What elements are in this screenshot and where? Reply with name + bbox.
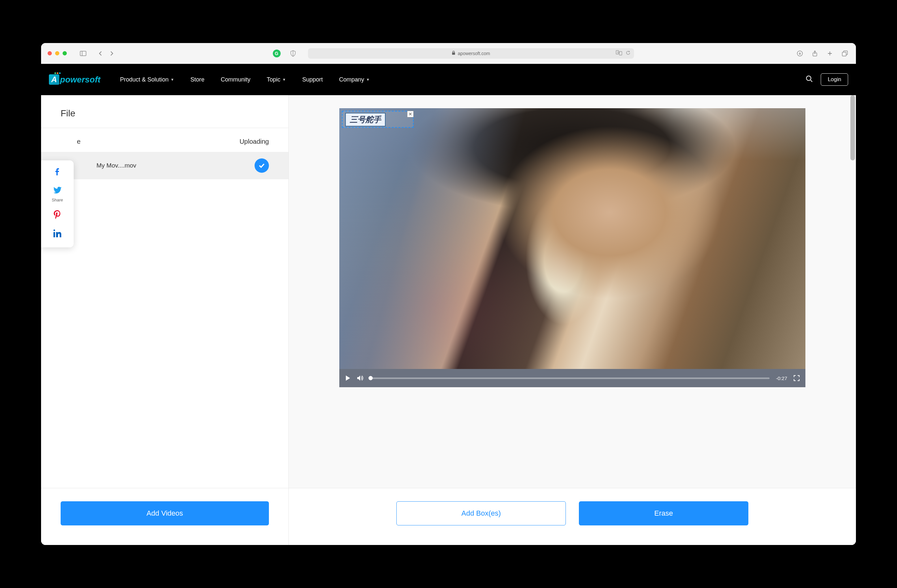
login-button[interactable]: Login: [821, 74, 848, 86]
downloads-icon[interactable]: [795, 49, 804, 58]
svg-rect-0: [80, 51, 86, 56]
video-time: -0:27: [776, 375, 787, 381]
nav-store[interactable]: Store: [190, 76, 204, 83]
url-text: apowersoft.com: [458, 51, 490, 56]
minimize-window-button[interactable]: [55, 51, 59, 55]
svg-text:文A: 文A: [617, 51, 620, 54]
svg-marker-18: [346, 375, 350, 381]
chevron-down-icon: ▼: [170, 78, 174, 81]
back-button[interactable]: [95, 49, 105, 58]
file-status: [250, 158, 269, 173]
video-controls: -0:27: [339, 369, 805, 387]
file-sidebar: File e Uploading My Mov....mov Add Video…: [41, 95, 289, 545]
extension-badge-icon[interactable]: G: [273, 49, 281, 57]
fullscreen-button[interactable]: [794, 375, 799, 381]
preview-area: 三号舵手 ✕: [289, 95, 856, 545]
sidebar-title: File: [41, 95, 288, 128]
site-header: A powersoft Product & Solution ▼ Store C…: [41, 64, 856, 95]
nav-support[interactable]: Support: [302, 76, 323, 83]
video-container: 三号舵手 ✕: [289, 95, 856, 488]
video-content: [339, 108, 805, 369]
logo-mark: A: [49, 74, 59, 85]
reload-icon[interactable]: [626, 50, 631, 57]
header-right: Login: [806, 74, 848, 86]
search-icon[interactable]: [806, 75, 813, 84]
logo[interactable]: A powersoft: [49, 74, 100, 85]
sidebar-footer: Add Videos: [41, 488, 288, 545]
linkedin-icon: [54, 230, 61, 240]
svg-rect-13: [842, 52, 846, 56]
address-bar[interactable]: apowersoft.com 文A: [308, 48, 634, 59]
share-twitter[interactable]: Share: [52, 186, 63, 202]
nav-product-solution[interactable]: Product & Solution ▼: [120, 76, 174, 83]
new-tab-icon[interactable]: [825, 49, 834, 58]
main-content: Share File e Uploading My Mov....mov: [41, 95, 856, 545]
video-player: 三号舵手 ✕: [339, 108, 805, 481]
twitter-icon: [53, 186, 61, 196]
tabs-icon[interactable]: [840, 49, 850, 58]
forward-button[interactable]: [107, 49, 116, 58]
traffic-lights: [47, 51, 67, 55]
pinterest-icon: [54, 210, 61, 222]
nav-topic[interactable]: Topic ▼: [266, 76, 286, 83]
svg-rect-3: [452, 52, 455, 55]
svg-point-14: [807, 76, 811, 81]
chrome-right-controls: [795, 49, 850, 58]
svg-line-15: [811, 80, 812, 82]
column-status: Uploading: [210, 138, 269, 145]
erase-button[interactable]: Erase: [579, 501, 749, 525]
share-pinterest[interactable]: [54, 210, 61, 222]
progress-bar[interactable]: [370, 377, 770, 379]
share-facebook[interactable]: [54, 168, 61, 178]
nav-company[interactable]: Company ▼: [339, 76, 370, 83]
svg-marker-19: [357, 375, 360, 381]
selection-box[interactable]: ✕: [342, 111, 413, 128]
chevron-down-icon: ▼: [366, 78, 370, 81]
privacy-shield-icon[interactable]: [288, 49, 298, 58]
add-box-button[interactable]: Add Box(es): [396, 501, 566, 525]
close-window-button[interactable]: [47, 51, 52, 55]
play-button[interactable]: [345, 375, 351, 381]
progress-handle[interactable]: [369, 376, 373, 380]
sidebar-toggle-icon[interactable]: [78, 49, 88, 58]
nav-arrows: [95, 49, 116, 58]
reader-icon[interactable]: 文A: [616, 50, 622, 57]
add-videos-button[interactable]: Add Videos: [61, 501, 269, 525]
svg-point-17: [54, 230, 55, 231]
file-item[interactable]: My Mov....mov: [41, 152, 288, 179]
address-bar-right: 文A: [616, 50, 631, 57]
close-selection-icon[interactable]: ✕: [407, 111, 413, 117]
browser-chrome: G apowersoft.com 文A: [41, 43, 856, 64]
scrollbar[interactable]: [850, 95, 855, 160]
svg-rect-16: [54, 232, 55, 237]
share-label: Share: [52, 198, 63, 202]
logo-text: powersoft: [60, 75, 100, 85]
file-name: My Mov....mov: [61, 162, 250, 169]
nav-menu: Product & Solution ▼ Store Community Top…: [120, 76, 370, 83]
share-icon[interactable]: [810, 49, 819, 58]
check-icon: [254, 158, 269, 173]
video-frame[interactable]: 三号舵手 ✕: [339, 108, 805, 369]
nav-community[interactable]: Community: [220, 76, 250, 83]
chevron-down-icon: ▼: [282, 78, 286, 81]
column-name: e: [61, 138, 210, 145]
share-linkedin[interactable]: [54, 230, 61, 240]
file-list-header: e Uploading: [41, 128, 288, 152]
browser-window: G apowersoft.com 文A: [41, 43, 856, 545]
volume-button[interactable]: [357, 375, 364, 381]
maximize-window-button[interactable]: [63, 51, 67, 55]
preview-footer: Add Box(es) Erase: [289, 488, 856, 545]
facebook-icon: [54, 168, 61, 178]
share-panel: Share: [41, 160, 73, 247]
lock-icon: [452, 51, 455, 56]
